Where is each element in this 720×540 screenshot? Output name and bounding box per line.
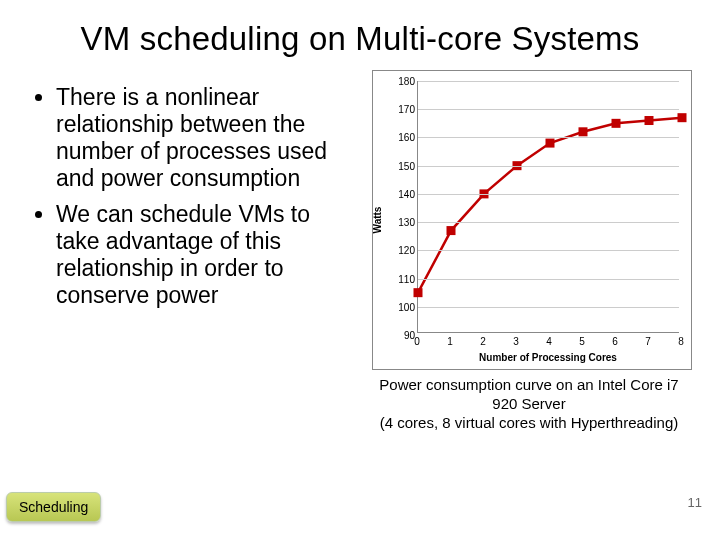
content-row: There is a nonlinear relationship betwee… bbox=[0, 70, 720, 432]
data-marker bbox=[447, 226, 456, 235]
grid-line bbox=[418, 166, 679, 167]
x-tick-label: 0 bbox=[414, 336, 420, 347]
x-tick-label: 5 bbox=[579, 336, 585, 347]
chart-column: Watts Number of Processing Cores 9010011… bbox=[350, 70, 702, 432]
y-tick-label: 150 bbox=[391, 160, 415, 171]
grid-line bbox=[418, 279, 679, 280]
data-marker bbox=[579, 127, 588, 136]
x-tick-label: 4 bbox=[546, 336, 552, 347]
y-tick-label: 100 bbox=[391, 301, 415, 312]
bullet-item: We can schedule VMs to take advantage of… bbox=[56, 201, 350, 310]
data-marker bbox=[678, 113, 687, 122]
data-marker bbox=[612, 119, 621, 128]
y-tick-label: 120 bbox=[391, 245, 415, 256]
x-tick-label: 6 bbox=[612, 336, 618, 347]
page-number: 11 bbox=[688, 495, 702, 510]
bullet-list: There is a nonlinear relationship betwee… bbox=[44, 84, 350, 309]
data-marker bbox=[645, 116, 654, 125]
bullet-item: There is a nonlinear relationship betwee… bbox=[56, 84, 350, 193]
x-tick-label: 2 bbox=[480, 336, 486, 347]
y-axis-label: Watts bbox=[372, 207, 383, 234]
y-tick-label: 170 bbox=[391, 104, 415, 115]
y-tick-label: 110 bbox=[391, 273, 415, 284]
x-tick-label: 1 bbox=[447, 336, 453, 347]
chart-box: Watts Number of Processing Cores 9010011… bbox=[372, 70, 692, 370]
y-tick-label: 180 bbox=[391, 76, 415, 87]
chart-caption: Power consumption curve on an Intel Core… bbox=[366, 376, 692, 432]
x-tick-label: 7 bbox=[645, 336, 651, 347]
y-tick-label: 140 bbox=[391, 188, 415, 199]
grid-line bbox=[418, 137, 679, 138]
x-axis-label: Number of Processing Cores bbox=[417, 352, 679, 363]
grid-line bbox=[418, 109, 679, 110]
scheduling-badge: Scheduling bbox=[6, 492, 101, 522]
y-tick-label: 130 bbox=[391, 217, 415, 228]
x-tick-label: 3 bbox=[513, 336, 519, 347]
slide-title: VM scheduling on Multi-core Systems bbox=[0, 0, 720, 70]
text-column: There is a nonlinear relationship betwee… bbox=[44, 70, 350, 432]
x-tick-label: 8 bbox=[678, 336, 684, 347]
grid-line bbox=[418, 307, 679, 308]
plot-area bbox=[417, 81, 679, 333]
y-tick-label: 160 bbox=[391, 132, 415, 143]
grid-line bbox=[418, 222, 679, 223]
grid-line bbox=[418, 194, 679, 195]
y-tick-label: 90 bbox=[391, 330, 415, 341]
data-marker bbox=[546, 139, 555, 148]
data-marker bbox=[414, 288, 423, 297]
line-series bbox=[418, 81, 679, 332]
grid-line bbox=[418, 250, 679, 251]
grid-line bbox=[418, 81, 679, 82]
